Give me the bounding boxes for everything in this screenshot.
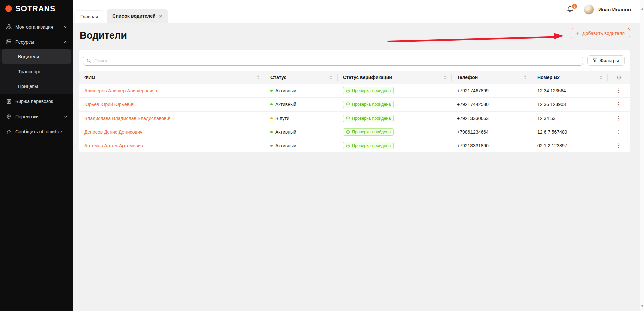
status-text: Активный	[275, 129, 296, 135]
column-label: Статус	[270, 75, 286, 80]
sidebar-item-report-bug[interactable]: Сообщить об ошибке	[0, 124, 73, 139]
sidebar-item-label: Водители	[18, 54, 39, 59]
tab-bar: Главная Список водителей ×	[74, 9, 168, 23]
phone-cell: +79213330663	[452, 116, 532, 121]
row-menu-button[interactable]: ⋮	[614, 142, 624, 149]
status-text: В пути	[275, 116, 289, 121]
gear-icon	[616, 75, 622, 80]
row-menu-button[interactable]: ⋮	[614, 101, 624, 108]
column-header-settings[interactable]	[608, 71, 630, 84]
check-circle-icon	[346, 89, 350, 93]
sidebar-item-my-organization[interactable]: Моя организация	[0, 19, 73, 34]
clipboard-icon	[6, 98, 12, 104]
search-wrap	[83, 56, 583, 66]
phone-cell: +79217467899	[452, 88, 532, 93]
license-cell: 12 36 123903	[532, 102, 608, 107]
close-icon[interactable]: ×	[159, 13, 162, 19]
resources-submenu: Водители Транспорт Прицепы	[0, 49, 73, 94]
sort-icon	[600, 75, 602, 79]
chevron-down-icon	[64, 24, 67, 28]
add-driver-label: Добавить водителя	[582, 31, 625, 36]
column-header-fio[interactable]: ФИО	[79, 71, 265, 84]
check-circle-icon	[346, 102, 350, 106]
sidebar-item-trailers[interactable]: Прицепы	[0, 79, 73, 94]
sidebar-item-shipments[interactable]: Перевозки	[0, 109, 73, 124]
resources-icon	[6, 39, 12, 45]
drivers-card: Фильтры ФИО Статус Статус верификации	[79, 50, 630, 152]
phone-cell: +79213331890	[452, 143, 532, 148]
avatar[interactable]	[584, 4, 594, 15]
sidebar-item-label: Биржа перевозок	[15, 99, 53, 104]
filter-funnel-icon	[593, 58, 597, 63]
map-pin-icon	[6, 114, 12, 119]
status-text: Активный	[275, 88, 296, 93]
scroll-down-icon[interactable]	[641, 305, 644, 307]
sidebar-item-freight-exchange[interactable]: Биржа перевозок	[0, 94, 73, 109]
table-row: Артемов Артем Артемович Активный Проверк…	[79, 139, 630, 152]
app-root: SOTRANS Моя организация Ресурсы Водители…	[0, 0, 644, 311]
license-cell: 12 34 53	[532, 116, 608, 121]
drivers-table: ФИО Статус Статус верификации Телефон	[79, 71, 630, 152]
notifications-button[interactable]: 5	[566, 5, 575, 13]
column-header-license[interactable]: Номер ВУ	[532, 71, 608, 84]
brand-logo[interactable]: SOTRANS	[0, 0, 73, 17]
scrollbar[interactable]	[640, 0, 644, 311]
row-menu-button[interactable]: ⋮	[614, 87, 624, 94]
filters-label: Фильтры	[600, 58, 619, 63]
sort-icon	[524, 75, 527, 79]
sort-icon	[444, 75, 446, 79]
topbar-right: 5 Иван Иванов	[566, 0, 631, 19]
driver-name-link[interactable]: Алишеров Алишер Алишеровичч	[84, 88, 157, 93]
sidebar-item-transport[interactable]: Транспорт	[0, 64, 73, 79]
row-menu-button[interactable]: ⋮	[614, 129, 624, 135]
sidebar-item-resources[interactable]: Ресурсы	[0, 34, 73, 49]
search-input[interactable]	[83, 56, 583, 66]
column-header-verification[interactable]: Статус верификации	[338, 71, 452, 84]
table-row: Денисов Денис Денисович Активный Проверк…	[79, 125, 630, 139]
scroll-up-icon[interactable]	[641, 8, 644, 10]
license-cell: 02 1 2 123897	[532, 143, 608, 148]
org-chart-icon	[6, 24, 12, 30]
column-label: Номер ВУ	[537, 75, 560, 80]
driver-name-link[interactable]: Артемов Артем Артемович	[84, 143, 143, 148]
filters-button[interactable]: Фильтры	[587, 55, 625, 66]
status-dot	[270, 103, 273, 105]
tab-drivers-list[interactable]: Список водителей ×	[107, 9, 168, 23]
sidebar-item-label: Сообщить об ошибке	[15, 129, 62, 134]
sort-icon	[330, 75, 332, 79]
add-driver-button[interactable]: + Добавить водителя	[571, 28, 630, 38]
brand-name: SOTRANS	[15, 4, 55, 13]
chevron-up-icon	[64, 41, 67, 45]
verification-badge: Проверка пройдена	[343, 115, 394, 122]
driver-name-link[interactable]: Юрьев Юрий Юрьевич	[84, 102, 134, 107]
notification-count-badge: 5	[572, 3, 577, 9]
status-text: Активный	[275, 143, 296, 148]
driver-name-link[interactable]: Владислава Владислав Владиславович	[84, 116, 172, 121]
driver-name-link[interactable]: Денисов Денис Денисович	[84, 129, 142, 135]
sidebar-item-drivers[interactable]: Водители	[2, 49, 71, 64]
page-title: Водители	[80, 30, 127, 41]
column-header-status[interactable]: Статус	[265, 71, 338, 84]
topbar: Главная Список водителей × 5 Иван Иванов	[73, 0, 644, 23]
table-header: ФИО Статус Статус верификации Телефон	[79, 71, 630, 84]
verification-text: Проверка пройдена	[352, 88, 391, 93]
sort-icon	[257, 75, 260, 79]
check-circle-icon	[346, 116, 350, 120]
verification-text: Проверка пройдена	[352, 116, 391, 121]
verification-text: Проверка пройдена	[352, 130, 391, 134]
status-dot	[270, 145, 273, 147]
chevron-down-icon	[64, 114, 67, 117]
phone-cell: +79217442580	[452, 102, 532, 107]
tab-home[interactable]: Главная	[74, 10, 104, 23]
user-name[interactable]: Иван Иванов	[598, 7, 631, 12]
verification-badge: Проверка пройдена	[343, 87, 394, 94]
logo-dot-icon	[5, 5, 12, 12]
status-text: Активный	[275, 102, 296, 107]
verification-text: Проверка пройдена	[352, 102, 391, 107]
sidebar-item-label: Прицепы	[18, 84, 38, 89]
sidebar-item-label: Транспорт	[18, 69, 41, 74]
column-header-phone[interactable]: Телефон	[452, 71, 532, 84]
search-row: Фильтры	[79, 50, 630, 66]
row-menu-button[interactable]: ⋮	[614, 115, 624, 122]
status-dot	[270, 131, 273, 133]
